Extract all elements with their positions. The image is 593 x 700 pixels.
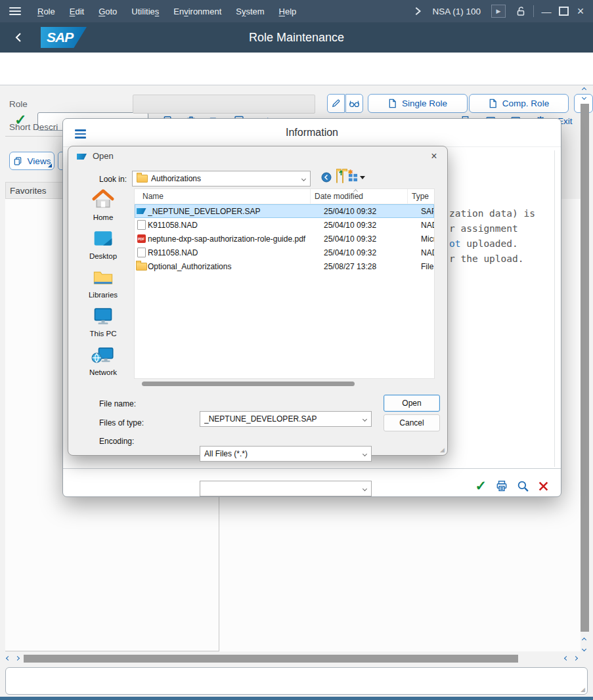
file-type: Micro	[421, 234, 434, 244]
file-row[interactable]: _NEPTUNE_DEVELOPER.SAP25/04/10 09:32SAP …	[135, 204, 434, 218]
file-name: R911058.NAD	[148, 248, 324, 257]
views-button[interactable]: Views	[9, 152, 55, 170]
file-row[interactable]: R911058.NAD25/04/10 09:32NAD F	[135, 246, 434, 259]
dialog-close-icon[interactable]: ×	[426, 149, 442, 164]
information-text-line: zation data) is	[449, 206, 535, 221]
file-name-label: File name:	[99, 399, 136, 408]
print-icon[interactable]	[495, 479, 508, 492]
desktop-icon	[92, 229, 114, 251]
dialog-footer-divider	[63, 468, 561, 469]
scroll-right-icon[interactable]	[15, 656, 20, 661]
title-bar: Role Maintenance SAP	[0, 22, 593, 53]
file-name: neptune-dxp-sap-authorization-role-guide…	[148, 234, 324, 244]
close-x-icon[interactable]	[538, 481, 549, 492]
menu-triangle-icon	[48, 164, 52, 167]
application-toolbar: ✓ i Transactions Cancel ⚙ Exit	[0, 53, 593, 85]
place-label: Desktop	[89, 252, 117, 260]
scroll-up-icon[interactable]	[582, 87, 586, 92]
scroll-left-icon-right[interactable]	[564, 656, 569, 661]
file-list-hscroll-thumb[interactable]	[142, 382, 355, 386]
scroll-up-icon-bottom[interactable]	[582, 638, 586, 642]
look-in-combo[interactable]: Authorizations	[132, 171, 311, 186]
search-icon[interactable]	[517, 480, 529, 492]
column-header-type[interactable]: Type	[408, 189, 434, 204]
look-in-value: Authorizations	[151, 174, 201, 183]
file-name-value: _NEPTUNE_DEVELOPER.SAP	[204, 414, 317, 424]
dialog-cancel-button[interactable]: Cancel	[384, 414, 440, 431]
place-network[interactable]: Network	[74, 345, 132, 376]
short-description-underline	[5, 136, 63, 137]
files-of-type-value: All Files (*.*)	[204, 449, 248, 458]
home-icon	[91, 188, 115, 212]
file-date: 25/04/10 09:32	[324, 207, 421, 216]
composite-role-button[interactable]: Comp. Role	[469, 94, 569, 113]
menubar-item-environment[interactable]: Environment	[166, 0, 229, 22]
display-glasses-button[interactable]	[345, 94, 363, 113]
place-home[interactable]: Home	[74, 188, 132, 221]
menubar-item-goto[interactable]: Goto	[91, 0, 124, 22]
document-icon	[388, 98, 397, 108]
combo-chevron-icon	[362, 486, 367, 491]
file-file-icon	[137, 220, 146, 230]
back-icon[interactable]	[13, 32, 24, 43]
place-label: Network	[89, 368, 117, 376]
file-name-combo[interactable]: _NEPTUNE_DEVELOPER.SAP	[200, 411, 372, 427]
menubar-item-system[interactable]: System	[229, 0, 271, 22]
encoding-combo[interactable]	[200, 481, 372, 496]
edit-pencil-button[interactable]	[327, 94, 345, 113]
file-name: K911058.NAD	[148, 221, 324, 230]
resize-grip-icon[interactable]: ◢	[581, 687, 585, 693]
scroll-left-icon[interactable]	[6, 656, 11, 661]
folder-icon	[137, 175, 148, 183]
look-in-label: Look in:	[99, 175, 127, 184]
encoding-label: Encoding:	[99, 437, 134, 446]
file-row[interactable]: K911058.NAD25/04/10 09:32NAD F	[135, 218, 434, 232]
favorites-label: Favorites	[10, 186, 47, 196]
scroll-down-icon-bottom[interactable]	[582, 647, 586, 651]
horizontal-scrollbar-thumb[interactable]	[24, 655, 518, 663]
dialog-resize-grip-icon[interactable]: ◢	[440, 447, 445, 453]
document-icon	[489, 98, 497, 108]
confirm-check-icon[interactable]: ✓	[475, 478, 487, 494]
new-folder-icon[interactable]: ✱	[342, 171, 343, 183]
information-text-line: r the upload.	[449, 252, 535, 267]
close-button[interactable]: ×	[572, 3, 589, 20]
file-row[interactable]: Optional_Authorizations25/08/27 13:28Fil…	[135, 259, 434, 273]
pdf-file-icon: PDF	[137, 234, 146, 243]
file-file-icon	[137, 248, 146, 257]
place-libraries[interactable]: Libraries	[74, 267, 132, 299]
place-thispc[interactable]: This PC	[74, 306, 132, 338]
single-role-button[interactable]: Single Role	[368, 94, 468, 113]
menubar-item-edit[interactable]: Edit	[62, 0, 91, 22]
expand-toolbar-chevron-icon[interactable]	[412, 6, 423, 16]
sap-dialog-icon	[77, 154, 87, 160]
hamburger-menu-icon[interactable]	[0, 5, 30, 17]
files-of-type-combo[interactable]: All Files (*.*)	[200, 446, 372, 462]
role-label: Role	[9, 99, 28, 109]
up-one-level-icon[interactable]	[336, 171, 338, 183]
page-title: Role Maintenance	[0, 22, 593, 53]
maximize-button[interactable]	[555, 3, 572, 20]
file-type: NAD F	[421, 221, 434, 230]
views-icon	[13, 156, 22, 165]
menubar-item-help[interactable]: Help	[272, 0, 304, 22]
scroll-right-icon-right[interactable]	[573, 656, 578, 661]
open-dialog-title: Open	[93, 151, 114, 161]
column-header-name[interactable]: Name	[135, 189, 311, 204]
menubar-item-role[interactable]: Role	[30, 0, 62, 22]
status-bar[interactable]: ◢	[5, 667, 588, 695]
file-date: 25/04/10 09:32	[324, 248, 421, 257]
open-file-dialog: Open × Look in: Authorizations ✱ HomeDes…	[68, 146, 448, 456]
place-desktop[interactable]: Desktop	[74, 229, 132, 260]
back-globe-icon[interactable]	[321, 172, 332, 183]
minimize-button[interactable]: —	[538, 3, 555, 20]
session-play-button[interactable]: ▶	[491, 5, 506, 18]
vertical-scrollbar-thumb[interactable]	[581, 104, 589, 632]
file-row[interactable]: PDFneptune-dxp-sap-authorization-role-gu…	[135, 232, 434, 246]
menubar-item-utilities[interactable]: Utilities	[124, 0, 166, 22]
role-input[interactable]	[133, 95, 315, 114]
file-type: SAP G	[421, 207, 434, 216]
column-header-date[interactable]: Date modified	[311, 189, 408, 204]
place-label: Home	[93, 213, 114, 221]
open-button[interactable]: Open	[384, 395, 440, 412]
